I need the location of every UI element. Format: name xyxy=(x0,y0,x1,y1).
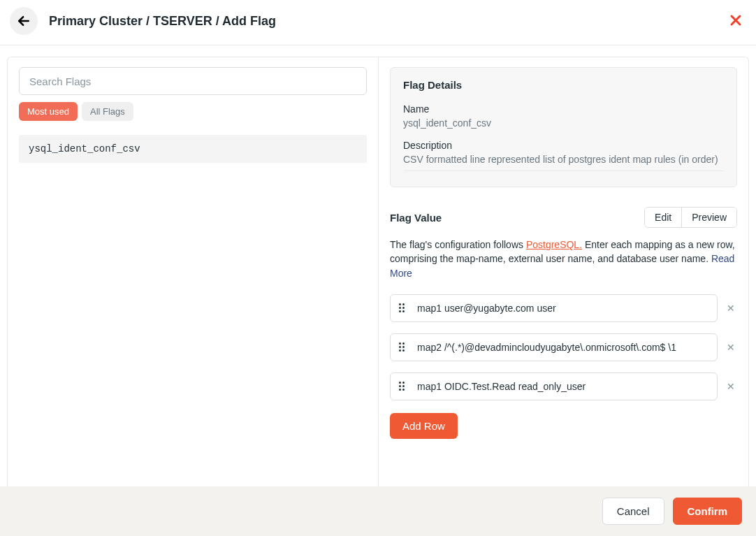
mapping-input[interactable]: map1 user@yugabyte.com user xyxy=(390,294,718,322)
search-input[interactable] xyxy=(19,67,367,95)
fv-desc-pre: The flag's configuration follows xyxy=(390,239,526,250)
confirm-button[interactable]: Confirm xyxy=(673,498,743,525)
main-content: Most used All Flags ysql_ident_conf_csv … xyxy=(0,45,756,486)
header-left: Primary Cluster / TSERVER / Add Flag xyxy=(10,7,276,35)
close-button[interactable] xyxy=(729,13,742,29)
flag-value-title: Flag Value xyxy=(390,212,442,224)
flag-details-title: Flag Details xyxy=(403,79,724,91)
edit-preview-toggle: Edit Preview xyxy=(644,207,737,228)
delete-row-button[interactable]: ✕ xyxy=(725,381,737,392)
back-button[interactable] xyxy=(10,7,38,35)
tab-edit[interactable]: Edit xyxy=(645,208,681,227)
mapping-text: map2 /^(.*)@devadmincloudyugabyte\.onmic… xyxy=(417,342,708,353)
dialog-footer: Cancel Confirm xyxy=(0,486,756,536)
filter-chips: Most used All Flags xyxy=(19,102,367,121)
flag-value-header: Flag Value Edit Preview xyxy=(390,207,737,228)
drag-handle-icon[interactable] xyxy=(399,382,407,391)
chip-most-used[interactable]: Most used xyxy=(19,102,78,121)
mapping-input[interactable]: map2 /^(.*)@devadmincloudyugabyte\.onmic… xyxy=(390,333,718,361)
flag-detail-pane: Flag Details Name ysql_ident_conf_csv De… xyxy=(379,57,749,486)
mapping-row: map1 user@yugabyte.com user ✕ xyxy=(390,294,737,322)
close-icon xyxy=(729,14,742,27)
postgresql-link[interactable]: PostgreSQL. xyxy=(526,239,582,250)
mapping-text: map1 OIDC.Test.Read read_only_user xyxy=(417,381,708,392)
mapping-row: map1 OIDC.Test.Read read_only_user ✕ xyxy=(390,372,737,400)
flag-list: ysql_ident_conf_csv xyxy=(19,135,367,163)
mapping-row: map2 /^(.*)@devadmincloudyugabyte\.onmic… xyxy=(390,333,737,361)
flag-selector-pane: Most used All Flags ysql_ident_conf_csv xyxy=(7,57,379,486)
breadcrumb: Primary Cluster / TSERVER / Add Flag xyxy=(49,14,276,29)
drag-handle-icon[interactable] xyxy=(399,303,407,312)
detail-desc-label: Description xyxy=(403,140,724,151)
flag-list-item[interactable]: ysql_ident_conf_csv xyxy=(19,135,367,163)
arrow-left-icon xyxy=(17,14,31,28)
chip-all-flags[interactable]: All Flags xyxy=(82,102,133,121)
tab-preview[interactable]: Preview xyxy=(681,208,736,227)
mapping-input[interactable]: map1 OIDC.Test.Read read_only_user xyxy=(390,372,718,400)
x-icon: ✕ xyxy=(727,303,735,314)
delete-row-button[interactable]: ✕ xyxy=(725,342,737,353)
flag-value-description: The flag's configuration follows Postgre… xyxy=(390,238,737,280)
mapping-rows: map1 user@yugabyte.com user ✕ map2 /^(.*… xyxy=(390,294,737,400)
dialog-header: Primary Cluster / TSERVER / Add Flag xyxy=(0,0,756,45)
cancel-button[interactable]: Cancel xyxy=(602,498,664,525)
x-icon: ✕ xyxy=(727,381,735,392)
add-row-button[interactable]: Add Row xyxy=(390,413,458,439)
x-icon: ✕ xyxy=(727,342,735,353)
drag-handle-icon[interactable] xyxy=(399,342,407,352)
mapping-text: map1 user@yugabyte.com user xyxy=(417,303,708,314)
delete-row-button[interactable]: ✕ xyxy=(725,303,737,314)
details-divider xyxy=(403,171,724,171)
detail-desc-value: CSV formatted line represented list of p… xyxy=(403,154,724,165)
detail-name-label: Name xyxy=(403,103,724,115)
flag-details-card: Flag Details Name ysql_ident_conf_csv De… xyxy=(390,67,737,187)
detail-name-value: ysql_ident_conf_csv xyxy=(403,117,724,129)
